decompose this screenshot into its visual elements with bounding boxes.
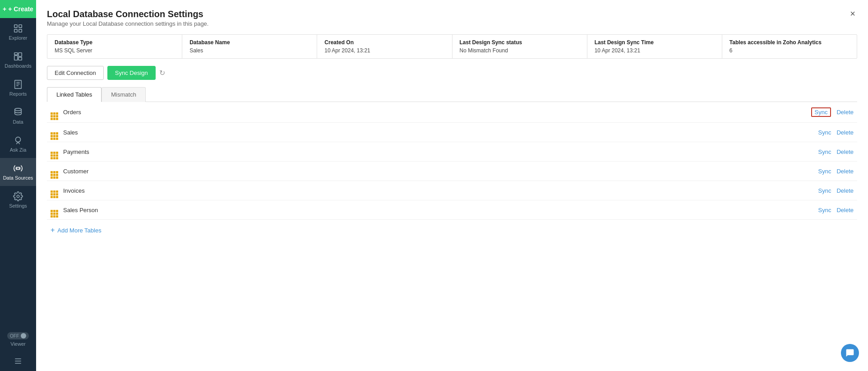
table-row: Invoices Sync Delete — [47, 181, 857, 200]
plus-icon: + — [3, 5, 6, 13]
svg-rect-2 — [14, 29, 17, 32]
svg-rect-7 — [18, 57, 22, 60]
table-row-actions: Sync Delete — [818, 148, 854, 155]
delete-link-orders[interactable]: Delete — [836, 109, 854, 116]
svg-rect-5 — [18, 53, 22, 56]
sidebar-bottom: OFF Viewer — [0, 328, 36, 371]
add-plus-icon: + — [51, 226, 55, 234]
info-cell-db-type: Database Type MS SQL Server — [47, 35, 182, 58]
table-grid-icon — [51, 167, 59, 175]
table-name: Payments — [63, 148, 814, 155]
table-row: Customer Sync Delete — [47, 162, 857, 181]
toggle-dot — [21, 333, 26, 339]
tables-count-label: Tables accessible in Zoho Analytics — [729, 39, 850, 46]
svg-rect-8 — [15, 80, 22, 88]
chat-icon — [845, 348, 854, 357]
sync-link-salesperson[interactable]: Sync — [818, 207, 831, 213]
sidebar-item-dashboards[interactable]: Dashboards — [0, 46, 36, 74]
linked-tables-list: Orders Sync Delete Sales Sync Delete Pay… — [36, 102, 868, 371]
created-on-label: Created On — [324, 39, 444, 46]
sync-time-label: Last Design Sync Time — [595, 39, 715, 46]
sidebar-item-reports[interactable]: Reports — [0, 74, 36, 102]
edit-connection-button[interactable]: Edit Connection — [47, 66, 104, 80]
table-grid-icon — [51, 186, 59, 195]
sync-link-invoices[interactable]: Sync — [818, 187, 831, 194]
delete-link-payments[interactable]: Delete — [836, 148, 854, 155]
sync-design-button[interactable]: Sync Design — [107, 66, 156, 80]
data-sources-icon — [13, 163, 23, 173]
reports-icon — [13, 79, 23, 89]
sync-link-sales[interactable]: Sync — [818, 129, 831, 136]
sync-time-value: 10 Apr 2024, 13:21 — [595, 47, 715, 54]
table-grid-icon — [51, 108, 59, 116]
table-name: Invoices — [63, 187, 814, 194]
settings-icon — [13, 191, 23, 201]
sidebar-item-settings[interactable]: Settings — [0, 186, 36, 214]
data-sources-label: Data Sources — [3, 175, 33, 181]
tab-mismatch-label: Mismatch — [111, 91, 136, 98]
sidebar-item-data-sources[interactable]: Data Sources — [0, 158, 36, 186]
viewer-toggle[interactable]: OFF — [7, 332, 29, 339]
tables-count-value: 6 — [729, 47, 850, 54]
connection-info-table: Database Type MS SQL Server Database Nam… — [47, 34, 857, 59]
page-header: Local Database Connection Settings Manag… — [36, 0, 868, 34]
svg-point-12 — [15, 108, 22, 111]
delete-link-salesperson[interactable]: Delete — [836, 207, 854, 213]
tabs-container: Linked Tables Mismatch — [47, 87, 857, 102]
table-row: Sales Sync Delete — [47, 123, 857, 142]
delete-link-customer[interactable]: Delete — [836, 168, 854, 175]
ask-zia-icon — [13, 135, 23, 145]
close-button[interactable]: × — [848, 9, 857, 18]
collapse-icon — [14, 357, 23, 366]
delete-link-sales[interactable]: Delete — [836, 129, 854, 136]
svg-point-15 — [17, 195, 19, 198]
tab-linked-tables[interactable]: Linked Tables — [47, 87, 102, 102]
svg-point-13 — [16, 137, 21, 142]
table-name: Sales Person — [63, 207, 814, 213]
delete-link-invoices[interactable]: Delete — [836, 187, 854, 194]
svg-point-14 — [17, 167, 19, 170]
info-cell-db-name: Database Name Sales — [182, 35, 317, 58]
table-row-actions: Sync Delete — [818, 207, 854, 213]
db-name-label: Database Name — [189, 39, 309, 46]
explorer-label: Explorer — [9, 35, 28, 41]
viewer-section: OFF Viewer — [0, 328, 36, 351]
info-cell-tables-count: Tables accessible in Zoho Analytics 6 — [722, 35, 857, 58]
tab-linked-tables-label: Linked Tables — [56, 91, 92, 98]
sync-link-payments[interactable]: Sync — [818, 148, 831, 155]
page-subtitle: Manage your Local Database connection se… — [47, 20, 208, 27]
data-label: Data — [13, 119, 23, 125]
tab-mismatch[interactable]: Mismatch — [102, 87, 146, 102]
create-button[interactable]: + + Create — [0, 0, 36, 18]
chat-support-button[interactable] — [841, 344, 859, 362]
add-more-tables-row[interactable]: + Add More Tables — [47, 220, 857, 241]
svg-rect-3 — [19, 29, 22, 32]
created-on-value: 10 Apr 2024, 13:21 — [324, 47, 444, 54]
svg-rect-0 — [14, 25, 17, 28]
svg-rect-1 — [19, 25, 22, 28]
sidebar-item-explorer[interactable]: Explorer — [0, 18, 36, 46]
toggle-off-label: OFF — [10, 334, 19, 339]
table-grid-icon — [51, 206, 59, 214]
viewer-label: Viewer — [10, 341, 25, 347]
collapse-button[interactable] — [0, 351, 36, 371]
create-label: + Create — [8, 5, 33, 13]
sidebar-item-data[interactable]: Data — [0, 102, 36, 130]
table-row-actions: Sync Delete — [811, 107, 854, 117]
table-name: Orders — [63, 109, 807, 116]
action-buttons: Edit Connection Sync Design ↻ — [36, 66, 868, 87]
settings-label: Settings — [9, 203, 27, 209]
sidebar-item-ask-zia[interactable]: Ask Zia — [0, 130, 36, 158]
refresh-icon[interactable]: ↻ — [159, 69, 165, 77]
db-name-value: Sales — [189, 47, 309, 54]
sync-status-value: No Mismatch Found — [460, 47, 580, 54]
dashboards-label: Dashboards — [5, 63, 31, 69]
page-title: Local Database Connection Settings — [47, 9, 208, 19]
info-cell-sync-time: Last Design Sync Time 10 Apr 2024, 13:21 — [587, 35, 722, 58]
info-cell-sync-status: Last Design Sync status No Mismatch Foun… — [452, 35, 587, 58]
table-row: Sales Person Sync Delete — [47, 200, 857, 220]
sync-link-orders[interactable]: Sync — [811, 107, 831, 117]
sync-link-customer[interactable]: Sync — [818, 168, 831, 175]
sidebar: + + Create Explorer Dashboards Reports D… — [0, 0, 36, 371]
table-grid-icon — [51, 128, 59, 136]
